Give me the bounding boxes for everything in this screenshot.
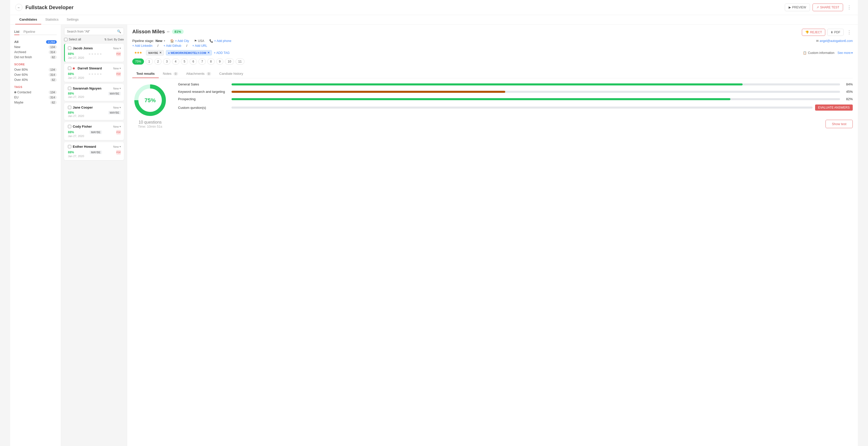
country-field: ⚑ USA [194,39,204,43]
back-button[interactable]: ← [15,4,22,11]
bar-track [231,98,840,100]
email-icon: ✉ [816,39,819,43]
candidate-checkbox[interactable] [68,145,71,148]
score-filters: Over 80% 134 Over 60% 314 Over 40% 62 [14,67,57,83]
filter-over-60[interactable]: Over 60% 314 [14,72,57,77]
candidate-meta: Pipeline stage: New ▾ 🏠 + Add City ⚑ USA… [132,39,853,43]
tab-statistics[interactable]: Statistics [41,15,63,24]
see-more-button[interactable]: See more ▾ [837,51,853,55]
chevron-down-icon: ▾ [120,145,121,148]
search-input[interactable] [67,30,117,33]
tag-filters: Contacted 134 EU 314 Maybe 62 [14,90,57,105]
pipeline-chevron-icon[interactable]: ▾ [164,39,165,42]
tags-section-title: TAGS [14,86,57,89]
tab-pipeline[interactable]: Pipeline [23,29,35,35]
candidate-checkbox[interactable] [68,46,71,50]
candidate-checkbox[interactable] [68,106,71,109]
candidate-checkbox[interactable] [68,67,71,70]
q-tab-8[interactable]: 8 [207,59,215,65]
see-more-chevron-icon: ▾ [851,51,853,55]
candidate-more-button[interactable]: ⋮ [846,29,853,36]
bar-fill [231,106,812,108]
filter-over-80[interactable]: Over 80% 134 [14,67,57,72]
sort-button[interactable]: ⇅ Sort: By Date [104,38,124,41]
tab-attachments[interactable]: Attachments 0 [182,70,215,78]
filter-did-not-finish[interactable]: Did not finish 62 [14,55,57,60]
donut-svg: 75% [132,83,168,118]
candidate-card[interactable]: Cody Fisher New ▾ 88% MAYBE PDF Jan 27, … [64,122,124,140]
list-controls: Select all ⇅ Sort: By Date [64,38,124,41]
questions-label: 10 questions [138,120,162,125]
filter-maybe[interactable]: Maybe 62 [14,100,57,105]
pdf-icon: PDF [116,52,121,56]
search-box: 🔍 [64,28,124,35]
custom-information-button[interactable]: 📋 Custom information [803,51,834,55]
pdf-button[interactable]: ⬇ PDF [827,29,844,36]
filter-all[interactable]: All 2,294 [14,39,57,44]
q-tab-7[interactable]: 7 [198,59,206,65]
url-link[interactable]: + Add URL [192,44,207,47]
evaluate-answers-button[interactable]: EVALUATE ANSWERS [815,104,853,110]
candidate-card[interactable]: Jacob Jones New ▾ 88% ★★★★★ PDF Jan 27, … [64,44,124,62]
phone-icon: 📞 [209,39,213,43]
email-field[interactable]: ✉ angel@autogation6.com [816,39,853,43]
github-link[interactable]: + Add Github [163,44,181,47]
show-test-button[interactable]: Show test [826,120,853,128]
main-panel: Alisson Miles ✏ 81% 👎 REJECT ⬇ PDF ⋮ [127,25,858,446]
filter-over-40[interactable]: Over 40% 62 [14,77,57,83]
tab-test-results[interactable]: Test results [132,70,159,78]
filter-new[interactable]: New 134 [14,44,57,50]
more-options-button[interactable]: ⋮ [846,4,853,11]
page-title: Fullstack Developer [25,5,785,10]
tab-candidate-history[interactable]: Candiate history [215,70,247,78]
tab-notes[interactable]: Notes 0 [159,70,182,78]
candidate-card[interactable]: Darrell Steward New ▾ 88% ★★★★★ PDF Jan … [64,64,124,82]
select-all-input[interactable] [64,38,67,41]
linkedin-link[interactable]: + Add Linkedin [132,44,152,47]
edit-icon[interactable]: ✏ [167,30,170,34]
bar-track [231,106,812,108]
city-field[interactable]: 🏠 + Add City [170,39,189,43]
q-tab-10[interactable]: 10 [225,59,234,65]
tag-remove-icon[interactable]: ✕ [207,51,210,55]
q-tab-4[interactable]: 4 [172,59,179,65]
weworkremotely-tag[interactable]: ● WEWORKREMOTELY.COM ✕ [166,50,212,56]
tag-remove-icon[interactable]: ✕ [159,51,161,55]
filter-eu[interactable]: EU 314 [14,95,57,100]
all-filter: All 2,294 New 134 Archived 314 Did not f… [14,39,57,60]
maybe-tag[interactable]: MAYBE ✕ [146,50,164,56]
pdf-download-icon: ⬇ [831,31,833,34]
filter-archived[interactable]: Archived 314 [14,50,57,55]
q-tab-1[interactable]: 1 [146,59,153,65]
phone-field[interactable]: 📞 + Add phone [209,39,231,43]
content-area: List Pipeline All 2,294 New 134 Archived… [10,25,858,446]
candidate-card[interactable]: Jane Cooper New ▾ 88% MAYBE Jan 27, 2020 [64,103,124,120]
chevron-down-icon: ▾ [120,106,121,109]
tab-candidates[interactable]: Candidates [15,15,41,24]
social-links: + Add Linkedin / + Add Github / + Add UR… [132,44,853,47]
q-tab-6[interactable]: 6 [189,59,197,65]
q-tab-2[interactable]: 2 [154,59,162,65]
filter-contacted[interactable]: Contacted 134 [14,90,57,95]
candidate-card[interactable]: Esther Howard New ▾ 88% MAYBE PDF Jan 27… [64,142,124,160]
add-tag-button[interactable]: + ADD TAG [214,51,230,55]
preview-button[interactable]: ▶ PREVIEW [785,4,810,11]
candidate-card[interactable]: Savannah Nguyen New ▾ 88% MAYBE Jan 27, … [64,84,124,101]
candidate-checkbox[interactable] [68,87,71,90]
candidate-checkbox[interactable] [68,125,71,128]
q-tab-9[interactable]: 9 [216,59,224,65]
svg-text:75%: 75% [145,97,156,103]
q-tab-11[interactable]: 11 [236,59,245,65]
share-test-button[interactable]: ↗ SHARE TEST [812,4,843,11]
q-tab-score[interactable]: 75% [132,59,144,65]
q-tab-3[interactable]: 3 [163,59,170,65]
tab-settings[interactable]: Settings [63,15,83,24]
reject-button[interactable]: 👎 REJECT [802,29,825,36]
tab-list[interactable]: List [14,29,19,35]
stars-tag: ★★★ [132,50,144,55]
select-all-checkbox[interactable]: Select all [64,38,81,41]
back-icon: ← [17,6,21,9]
question-tabs: 75% 1 2 3 4 5 6 7 8 9 10 11 [132,59,853,65]
custom-info-icon: 📋 [803,51,807,55]
q-tab-5[interactable]: 5 [181,59,188,65]
